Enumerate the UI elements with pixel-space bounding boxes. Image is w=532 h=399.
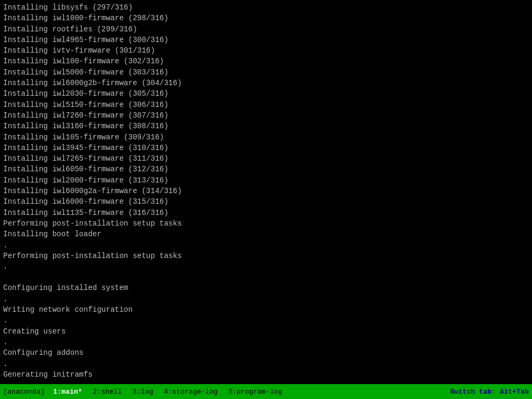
terminal-line: Generating initramfs	[3, 369, 529, 380]
terminal-line: Installing iwl1000-firmware (298/316)	[3, 13, 529, 23]
terminal-line: Installing iwl5150-firmware (306/316)	[3, 99, 529, 110]
terminal-line: .	[3, 261, 529, 272]
terminal-line: Performing post-installation setup tasks	[3, 251, 529, 261]
terminal-line: Configuring installed system	[3, 282, 529, 293]
terminal-line: .	[3, 240, 529, 251]
terminal-line: Installing iwl4965-firmware (300/316)	[3, 35, 529, 45]
terminal-line: .	[3, 315, 529, 326]
terminal-line: Installing iwl2000-firmware (313/316)	[3, 175, 529, 186]
terminal-line: .	[3, 359, 529, 369]
terminal-line: Installing iwl3160-firmware (308/316)	[3, 121, 529, 131]
taskbar-tab-shell[interactable]: 2:shell	[93, 388, 122, 396]
taskbar-tab-main[interactable]: 1:main*	[53, 388, 82, 396]
terminal-line: Installing libsysfs (297/316)	[3, 2, 529, 13]
terminal-line: Installing iwl100-firmware (302/316)	[3, 56, 529, 66]
terminal-line: Installing iwl7265-firmware (311/316)	[3, 153, 529, 164]
terminal-line: Installing iwl6050-firmware (312/316)	[3, 164, 529, 174]
terminal-line: .	[3, 337, 529, 347]
terminal-line: Installing iwl6000g2b-firmware (304/316)	[3, 78, 529, 88]
taskbar[interactable]: [anaconda] 1:main*2:shell3:log4:storage-…	[0, 384, 532, 399]
terminal-line: Installing iwl105-firmware (309/316)	[3, 132, 529, 143]
terminal-line: Installing iwl3945-firmware (310/316)	[3, 143, 529, 153]
terminal-line: Installing iwl6000g2a-firmware (314/316)	[3, 186, 529, 196]
terminal-line: Performing post-installation setup tasks	[3, 218, 529, 229]
terminal-line: Installing iwl6000-firmware (315/316)	[3, 196, 529, 207]
taskbar-label: [anaconda]	[3, 388, 45, 396]
terminal-line: Installing boot loader	[3, 229, 529, 239]
terminal-line: .	[3, 294, 529, 304]
taskbar-tab-program-log[interactable]: 5:program-log	[229, 388, 282, 396]
terminal-line: Installing iwl7260-firmware (307/316)	[3, 110, 529, 121]
taskbar-hint: Switch tab: Alt+Tab	[450, 388, 529, 396]
terminal-line: Writing network configuration	[3, 304, 529, 315]
terminal-line: Installing iwl1135-firmware (316/316)	[3, 207, 529, 218]
taskbar-tab-log[interactable]: 3:log	[132, 388, 153, 396]
terminal-line: Installing ivtv-firmware (301/316)	[3, 45, 529, 56]
terminal-line	[3, 272, 529, 282]
terminal-line: Installing iwl2030-firmware (305/316)	[3, 88, 529, 99]
terminal: Installing libsysfs (297/316)Installing …	[0, 0, 532, 399]
terminal-line: Installing rootfiles (299/316)	[3, 24, 529, 35]
terminal-line: Creating users	[3, 326, 529, 337]
taskbar-tab-storage-log[interactable]: 4:storage-log	[164, 388, 217, 396]
taskbar-tabs: 1:main*2:shell3:log4:storage-log5:progra…	[53, 388, 450, 396]
terminal-line: Configuring addons	[3, 347, 529, 358]
terminal-line: Installing iwl5000-firmware (303/316)	[3, 67, 529, 78]
terminal-output: Installing libsysfs (297/316)Installing …	[0, 0, 532, 384]
